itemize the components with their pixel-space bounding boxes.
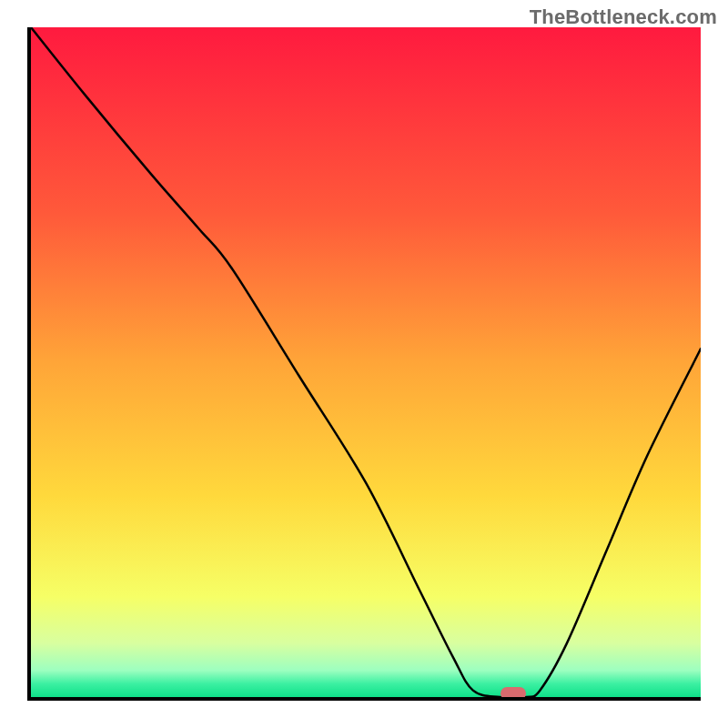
optimum-marker — [500, 687, 526, 700]
watermark-label: TheBottleneck.com — [530, 5, 717, 29]
plot-area — [27, 27, 701, 701]
bottleneck-curve — [31, 27, 701, 697]
curve-layer — [31, 27, 701, 697]
